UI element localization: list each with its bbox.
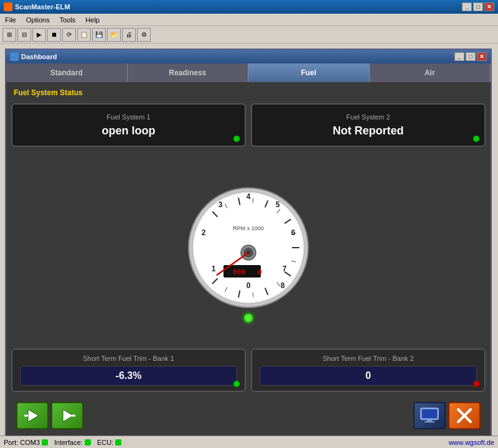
fuel-system-1-indicator (233, 136, 240, 142)
svg-text:RPM x 1000: RPM x 1000 (233, 225, 264, 231)
svg-text:3: 3 (218, 200, 223, 209)
menubar: File Options Tools Help (0, 14, 498, 26)
port-status: Port: COM3 (4, 439, 48, 446)
svg-text:0: 0 (247, 281, 251, 290)
fuel-trim-1-box: Short Term Fuel Trim - Bank 1 -6.3% (11, 348, 246, 392)
port-value: COM3 (20, 439, 40, 446)
app-title: ScanMaster-ELM (15, 3, 70, 11)
svg-rect-43 (427, 419, 432, 421)
toolbar-btn-1[interactable]: ⊞ (2, 28, 16, 42)
fuel-systems-row: Fuel System 1 open loop Fuel System 2 No… (11, 103, 486, 147)
dash-close-button[interactable]: ✕ (477, 52, 487, 61)
toolbar-btn-5[interactable]: ⟳ (62, 28, 76, 42)
status-website: www.wgsoft.de (449, 439, 494, 446)
ecu-status: ECU: (97, 439, 121, 446)
menu-help[interactable]: Help (83, 16, 102, 24)
interface-status: Interface: (54, 439, 91, 446)
fuel-trim-2-value: 0 (260, 366, 477, 386)
menu-file[interactable]: File (2, 16, 19, 24)
svg-text:8: 8 (281, 281, 285, 290)
dashboard-window-controls: _ □ ✕ (454, 52, 487, 61)
fuel-system-2-title: Fuel System 2 (346, 113, 390, 121)
back-arrow-icon (23, 408, 42, 423)
close-button[interactable]: ✕ (484, 2, 494, 11)
tab-air[interactable]: Air (370, 63, 491, 82)
toolbar-btn-2[interactable]: ⊟ (17, 28, 31, 42)
menu-tools[interactable]: Tools (57, 16, 78, 24)
toolbar-btn-4[interactable]: ⏹ (47, 28, 61, 42)
port-label: Port: (4, 439, 18, 446)
gauge-green-indicator (244, 314, 253, 322)
forward-button[interactable] (51, 402, 83, 429)
toolbar-btn-9[interactable]: 🖨 (122, 28, 136, 42)
toolbar: ⊞ ⊟ ▶ ⏹ ⟳ 📋 💾 📂 🖨 ⚙ (0, 26, 498, 44)
dashboard-title: Dashboard (21, 53, 57, 60)
status-bar: Port: COM3 Interface: ECU: www.wgsoft.de (0, 436, 498, 448)
svg-text:000: 000 (233, 268, 245, 276)
dashboard-window: Dashboard _ □ ✕ Standard Readiness Fuel … (5, 49, 492, 441)
fuel-trim-1-value: -6.3% (20, 366, 237, 386)
forward-arrow-icon (58, 408, 77, 423)
svg-text:2: 2 (202, 228, 206, 237)
fuel-trim-2-title: Short Term Fuel Trim - Bank 2 (260, 355, 477, 362)
gauge-area: 0 1 2 3 4 5 6 7 8 RPM x 1000 000 0 (11, 152, 486, 343)
toolbar-btn-3[interactable]: ▶ (32, 28, 46, 42)
toolbar-btn-6[interactable]: 📋 (77, 28, 91, 42)
fuel-system-2-value: Not Reported (333, 124, 404, 138)
dash-minimize-button[interactable]: _ (454, 52, 464, 61)
menu-options[interactable]: Options (24, 16, 52, 24)
nav-left-group (16, 402, 83, 429)
back-button[interactable] (16, 402, 49, 429)
svg-text:4: 4 (247, 192, 251, 201)
fuel-system-2-indicator (473, 136, 479, 142)
fuel-system-1-value: open loop (102, 124, 156, 138)
fuel-trim-row: Short Term Fuel Trim - Bank 1 -6.3% Shor… (11, 348, 486, 392)
close-x-icon (455, 407, 474, 424)
monitor-button[interactable] (413, 402, 446, 429)
main-window-controls: _ □ ✕ (462, 2, 494, 11)
dash-maximize-button[interactable]: □ (466, 52, 476, 61)
fuel-system-2-box: Fuel System 2 Not Reported (251, 103, 486, 147)
main-titlebar: ScanMaster-ELM _ □ ✕ (0, 0, 498, 14)
svg-text:5: 5 (276, 200, 280, 209)
app-icon (4, 2, 12, 11)
fuel-system-1-title: Fuel System 1 (106, 113, 150, 121)
toolbar-btn-7[interactable]: 💾 (92, 28, 106, 42)
fuel-trim-1-indicator (233, 381, 240, 387)
svg-text:0: 0 (258, 268, 262, 276)
dashboard-icon (10, 52, 19, 61)
ecu-led (115, 439, 121, 446)
close-app-button[interactable] (448, 402, 481, 429)
svg-rect-42 (422, 409, 437, 418)
status-left: Port: COM3 Interface: ECU: (4, 439, 121, 446)
interface-label: Interface: (54, 439, 83, 446)
bottom-nav (11, 397, 486, 434)
minimize-button[interactable]: _ (462, 2, 472, 11)
nav-right-group (413, 402, 481, 429)
fuel-system-1-box: Fuel System 1 open loop (11, 103, 246, 147)
tab-standard[interactable]: Standard (6, 63, 128, 82)
toolbar-btn-10[interactable]: ⚙ (137, 28, 151, 42)
port-led (42, 439, 48, 446)
monitor-icon (420, 407, 439, 424)
toolbar-btn-8[interactable]: 📂 (107, 28, 121, 42)
section-label: Fuel System Status (11, 87, 486, 98)
tabs-container: Standard Readiness Fuel Air (6, 63, 491, 82)
content-area: Fuel System Status Fuel System 1 open lo… (6, 82, 491, 439)
tab-readiness[interactable]: Readiness (128, 63, 249, 82)
fuel-trim-1-title: Short Term Fuel Trim - Bank 1 (20, 355, 237, 362)
svg-marker-37 (28, 409, 39, 422)
dashboard-titlebar: Dashboard _ □ ✕ (6, 50, 491, 63)
svg-rect-44 (425, 421, 435, 422)
maximize-button[interactable]: □ (473, 2, 483, 11)
rpm-gauge-svg: 0 1 2 3 4 5 6 7 8 RPM x 1000 000 0 (186, 185, 311, 310)
fuel-trim-2-indicator (473, 381, 479, 387)
svg-text:7: 7 (283, 264, 287, 273)
svg-text:1: 1 (212, 264, 216, 273)
interface-led (85, 439, 91, 446)
svg-text:6: 6 (291, 228, 296, 237)
rpm-gauge: 0 1 2 3 4 5 6 7 8 RPM x 1000 000 0 (186, 185, 311, 310)
tab-fuel[interactable]: Fuel (248, 63, 370, 82)
fuel-trim-2-box: Short Term Fuel Trim - Bank 2 0 (251, 348, 486, 392)
ecu-label: ECU: (97, 439, 113, 446)
